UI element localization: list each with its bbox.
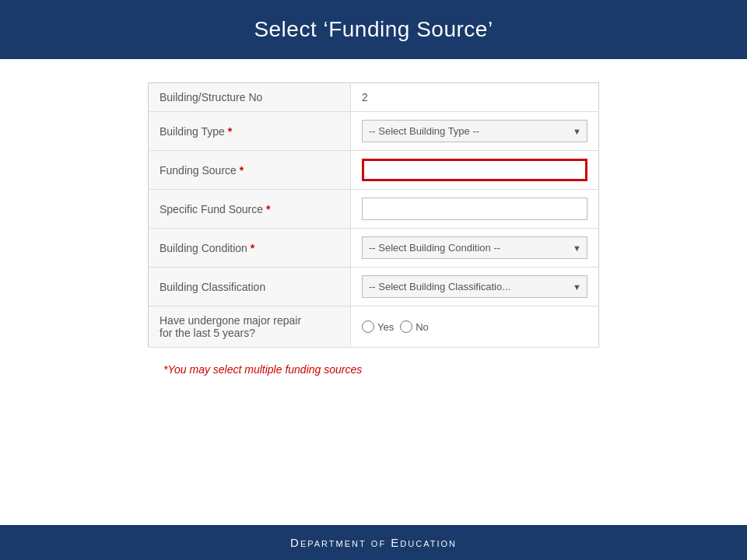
building-classification-label: Building Classification	[149, 268, 351, 306]
page-footer: Department of Education	[0, 525, 747, 560]
funding-source-label: Funding Source *	[149, 151, 351, 190]
table-row: Specific Fund Source *	[149, 190, 599, 229]
major-repair-yes-label: Yes	[377, 321, 394, 333]
table-row: Building Type * -- Select Building Type …	[149, 112, 599, 151]
form-table: Building/Structure No 2 Building Type * …	[148, 82, 599, 348]
funding-source-input[interactable]	[362, 159, 587, 181]
page-header: Select ‘Funding Source’	[0, 0, 747, 59]
table-row: Have undergone major repair for the last…	[149, 306, 599, 348]
building-classification-select-wrapper: -- Select Building Classificatio...	[362, 275, 587, 298]
major-repair-no-label: No	[416, 321, 429, 333]
table-row: Funding Source *	[149, 151, 599, 190]
building-type-select-wrapper: -- Select Building Type --	[362, 120, 587, 142]
funding-source-cell	[351, 151, 599, 190]
main-content: Building/Structure No 2 Building Type * …	[0, 59, 747, 525]
building-type-cell: -- Select Building Type --	[351, 112, 599, 151]
major-repair-no-item: No	[400, 320, 429, 333]
building-condition-label: Building Condition *	[149, 229, 351, 268]
major-repair-cell: Yes No	[351, 306, 599, 348]
major-repair-yes-radio[interactable]	[362, 320, 374, 333]
building-structure-no-value: 2	[351, 83, 599, 112]
building-structure-no-label: Building/Structure No	[149, 83, 351, 112]
major-repair-no-radio[interactable]	[400, 320, 412, 333]
major-repair-yes-item: Yes	[362, 320, 394, 333]
table-row: Building Condition * -- Select Building …	[149, 229, 599, 268]
specific-fund-source-label: Specific Fund Source *	[149, 190, 351, 229]
building-condition-select-wrapper: -- Select Building Condition --	[362, 236, 587, 259]
building-condition-cell: -- Select Building Condition --	[351, 229, 599, 268]
major-repair-radio-group: Yes No	[362, 320, 587, 333]
table-row: Building/Structure No 2	[149, 83, 599, 112]
specific-fund-source-input[interactable]	[362, 198, 587, 220]
funding-source-note: *You may select multiple funding sources	[163, 363, 362, 376]
footer-text: Department of Education	[290, 536, 457, 549]
table-row: Building Classification -- Select Buildi…	[149, 268, 599, 306]
building-type-label: Building Type *	[149, 112, 351, 151]
building-type-select[interactable]: -- Select Building Type --	[362, 120, 587, 142]
building-classification-select[interactable]: -- Select Building Classificatio...	[362, 275, 587, 298]
major-repair-label: Have undergone major repair for the last…	[149, 306, 351, 348]
building-classification-cell: -- Select Building Classificatio...	[351, 268, 599, 306]
header-title: Select ‘Funding Source’	[254, 17, 493, 41]
building-condition-select[interactable]: -- Select Building Condition --	[362, 236, 587, 259]
specific-fund-source-cell	[351, 190, 599, 229]
